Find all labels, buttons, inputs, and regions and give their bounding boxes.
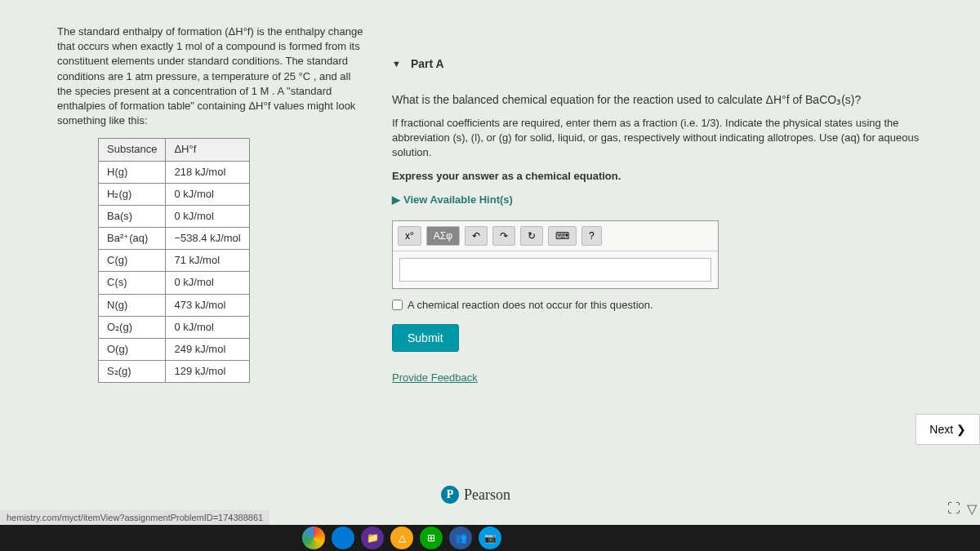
table-row: N(g)473 kJ/mol — [99, 294, 250, 316]
caret-right-icon: ▶ — [392, 193, 400, 206]
no-reaction-label: A chemical reaction does not occur for t… — [408, 299, 653, 311]
instruction-text: If fractional coefficients are required,… — [392, 116, 947, 161]
app-icon[interactable]: 📁 — [361, 527, 384, 549]
table-row: H(g)218 kJ/mol — [99, 161, 250, 183]
excel-icon[interactable]: ⊞ — [420, 527, 443, 549]
intro-text: The standard enthalpy of formation (ΔH°f… — [57, 24, 368, 128]
monitor-icons: ⛶ ▽ — [947, 501, 977, 517]
no-reaction-row: A chemical reaction does not occur for t… — [392, 299, 947, 311]
table-row: H₂(g)0 kJ/mol — [99, 183, 250, 205]
teams-icon[interactable]: 👥 — [449, 527, 472, 549]
express-instruction: Express your answer as a chemical equati… — [392, 169, 947, 184]
chrome-icon[interactable] — [302, 527, 325, 549]
part-label: Part A — [411, 57, 444, 70]
submit-button[interactable]: Submit — [392, 324, 459, 352]
keyboard-button[interactable]: ⌨ — [548, 226, 577, 246]
drive-icon[interactable]: △ — [390, 527, 413, 549]
caret-down-icon: ▼ — [392, 59, 401, 69]
table-row: Ba(s)0 kJ/mol — [99, 205, 250, 227]
table-row: Ba²⁺(aq)−538.4 kJ/mol — [99, 228, 250, 250]
edge-icon[interactable] — [332, 527, 354, 549]
view-hints-link[interactable]: ▶ View Available Hint(s) — [392, 193, 513, 206]
taskbar: 📁 △ ⊞ 👥 📷 — [0, 525, 980, 551]
equation-toolbar: x° ΑΣφ ↶ ↷ ↻ ⌨ ? — [393, 221, 718, 251]
enthalpy-table: Substance ΔH°f H(g)218 kJ/mol H₂(g)0 kJ/… — [98, 138, 250, 383]
table-row: C(s)0 kJ/mol — [99, 272, 250, 294]
chemical-equation-input[interactable] — [399, 258, 711, 282]
symbols-button[interactable]: ΑΣφ — [426, 226, 460, 246]
url-status: hemistry.com/myct/itemView?assignmentPro… — [0, 510, 270, 525]
table-row: S₂(g)129 kJ/mol — [99, 361, 250, 383]
camera-icon[interactable]: 📷 — [479, 527, 501, 549]
right-panel: ▼ Part A What is the balanced chemical e… — [392, 24, 947, 384]
next-button[interactable]: Next ❯ — [915, 414, 980, 445]
col-deltah: ΔH°f — [166, 139, 249, 161]
pearson-footer: P Pearson — [441, 486, 510, 504]
table-row: O₂(g)0 kJ/mol — [99, 316, 250, 338]
redo-button[interactable]: ↷ — [492, 226, 515, 246]
undo-button[interactable]: ↶ — [465, 226, 488, 246]
reset-button[interactable]: ↻ — [520, 226, 543, 246]
fullscreen-icon[interactable]: ⛶ — [947, 501, 960, 517]
bookmark-icon[interactable]: ▽ — [967, 501, 977, 517]
pearson-label: Pearson — [464, 487, 510, 504]
table-row: C(g)71 kJ/mol — [99, 250, 250, 272]
left-panel: The standard enthalpy of formation (ΔH°f… — [57, 24, 368, 384]
no-reaction-checkbox[interactable] — [392, 300, 403, 310]
answer-input-box: x° ΑΣφ ↶ ↷ ↻ ⌨ ? — [392, 220, 719, 289]
provide-feedback-link[interactable]: Provide Feedback — [392, 371, 478, 384]
pearson-logo-icon: P — [441, 486, 459, 504]
part-header[interactable]: ▼ Part A — [392, 57, 947, 70]
col-substance: Substance — [99, 139, 166, 161]
help-button[interactable]: ? — [581, 226, 602, 246]
template-button[interactable]: x° — [398, 226, 421, 246]
table-row: O(g)249 kJ/mol — [99, 339, 250, 361]
question-text: What is the balanced chemical equation f… — [392, 93, 947, 106]
